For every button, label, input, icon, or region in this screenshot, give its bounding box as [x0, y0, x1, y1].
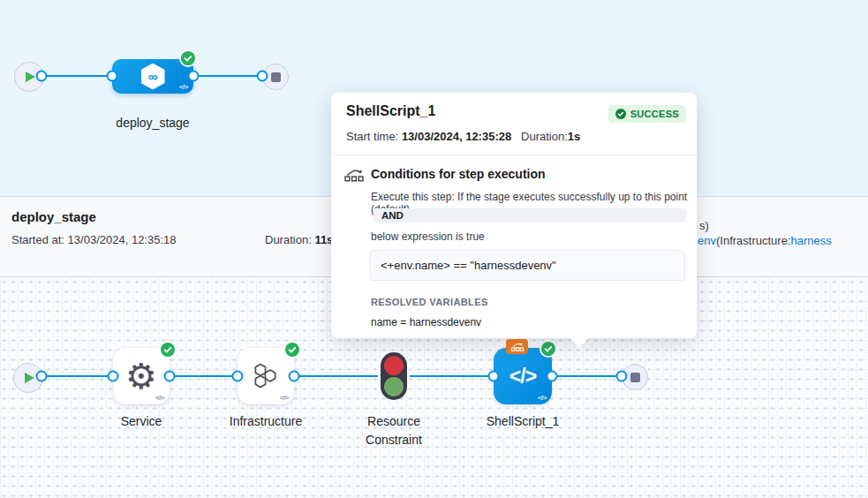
step-details-popover: ShellScript_1 SUCCESS Start time: 13/03/… — [331, 93, 697, 338]
conditional-execution-icon — [344, 167, 365, 185]
connector-line — [170, 375, 238, 377]
step-node-resource-constraint[interactable] — [381, 352, 407, 400]
step-label: Service — [88, 412, 194, 431]
conditional-execution-badge-icon — [506, 339, 528, 354]
connector-line — [193, 75, 262, 77]
connector-dot — [36, 71, 48, 82]
start-time-label: Start time: — [346, 130, 398, 143]
infrastructure-label: (Infrastructure: — [716, 234, 791, 247]
gear-icon: ⚙ — [125, 358, 157, 394]
connector-line — [42, 375, 113, 377]
success-check-icon — [615, 109, 626, 119]
connector-line — [552, 375, 622, 377]
success-check-icon — [161, 343, 175, 357]
play-icon — [25, 373, 34, 383]
connector-dot — [164, 371, 176, 382]
popover-duration-value: 1s — [568, 130, 580, 143]
code-mini-icon: </> — [179, 83, 188, 91]
stop-icon — [630, 373, 640, 382]
duration-label: Duration: — [265, 233, 312, 246]
connector-dot — [289, 371, 300, 382]
infrastructure-link[interactable]: harness — [791, 234, 832, 247]
step-label: Infrastructure — [204, 412, 328, 431]
connector-dot — [232, 371, 244, 382]
connector-dot — [107, 71, 118, 82]
step-label: Resource Constraint — [345, 412, 442, 449]
connector-dot — [257, 71, 268, 82]
cd-stage-icon: ∞ — [141, 64, 165, 90]
expression-intro: below expression is true — [371, 230, 485, 243]
popover-times: Start time: 13/03/2024, 12:35:28 Duratio… — [346, 130, 580, 143]
connector-line — [410, 375, 488, 377]
operator-bar: AND — [374, 208, 686, 223]
stage-details-title: deploy_stage — [11, 209, 96, 224]
status-badge-label: SUCCESS — [630, 109, 679, 119]
success-check-icon — [181, 51, 195, 65]
connector-line — [42, 75, 112, 77]
connector-dot — [188, 71, 200, 82]
started-at-value: 13/03/2024, 12:35:18 — [68, 233, 177, 246]
clipped-environment-text: env(Infrastructure:harness — [698, 234, 868, 247]
code-mini-icon: </> — [155, 394, 164, 402]
stage-label: deploy_stage — [95, 114, 210, 132]
green-light-icon — [384, 377, 404, 396]
resolved-variables-label: RESOLVED VARIABLES — [371, 297, 488, 307]
conditions-heading: Conditions for step execution — [371, 167, 546, 181]
shell-script-icon: </> — [509, 365, 536, 389]
code-mini-icon: </> — [538, 394, 547, 402]
play-icon — [26, 72, 35, 82]
start-time-value: 13/03/2024, 12:35:28 — [402, 130, 511, 143]
environment-link[interactable]: env — [698, 234, 716, 247]
red-light-icon — [384, 356, 404, 375]
started-at-label: Started at: — [11, 233, 64, 246]
connector-dot — [616, 371, 628, 382]
connector-dot — [488, 371, 500, 382]
stop-icon — [271, 72, 281, 82]
started-at-text: Started at: 13/03/2024, 12:35:18 — [11, 233, 177, 246]
success-check-icon — [541, 342, 555, 356]
connector-dot — [108, 371, 119, 382]
step-label: ShellScript_1 — [461, 412, 585, 431]
connector-dot — [547, 371, 558, 382]
status-badge: SUCCESS — [608, 105, 686, 123]
popover-divider — [331, 155, 697, 155]
expression-box: <+env.name> == "harnessdevenv" — [370, 250, 685, 281]
hexagons-icon — [250, 362, 282, 390]
duration-text: Duration: 11s — [265, 233, 333, 246]
success-check-icon — [285, 343, 299, 357]
resolved-variables-value: name = harnessdevenv — [371, 316, 481, 328]
connector-dot — [36, 371, 48, 382]
clipped-service-text: s) — [699, 219, 709, 232]
pipeline-execution-screen: ∞ </> deploy_stage deploy_stage Started … — [0, 0, 868, 498]
step-node-shellscript-1[interactable]: </> </> — [494, 348, 552, 404]
popover-title: ShellScript_1 — [346, 103, 435, 119]
code-mini-icon: </> — [280, 394, 289, 402]
expression-text: <+env.name> == "harnessdevenv" — [381, 259, 556, 272]
connector-line — [294, 375, 378, 377]
popover-duration-label: Duration: — [521, 130, 568, 143]
infinity-glyph: ∞ — [148, 69, 158, 84]
